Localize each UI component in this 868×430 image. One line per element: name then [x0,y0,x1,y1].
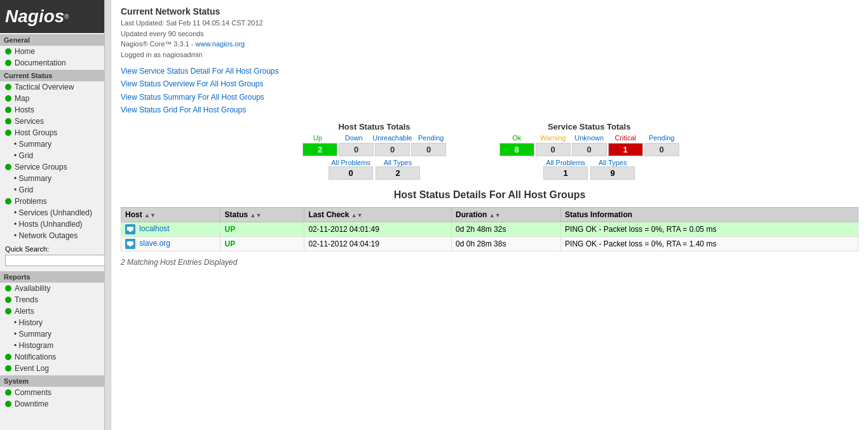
link-service-status-detail[interactable]: View Service Status Detail For All Host … [121,65,858,77]
nav-service-groups-label: Service Groups [15,163,67,171]
host-status-totals-title: Host Status Totals [300,122,448,131]
section-current-status: Current Status [0,70,111,81]
table-row: slave.org UP 02-11-2012 04:04:19 0d 0h 2… [121,236,858,251]
update-interval-text: Updated every 90 seconds [121,30,204,37]
sidebar-item-alerts-histogram[interactable]: Histogram [0,340,111,351]
sidebar: Nagios® General Home Documentation Curre… [0,0,111,430]
nav-services[interactable]: Services [0,116,111,127]
svg-rect-4 [127,241,133,245]
svc-ok-value[interactable]: 8 [499,143,534,156]
host-all-problems-value[interactable]: 0 [329,166,373,180]
svc-warning-value[interactable]: 0 [536,143,571,156]
nav-availability-label: Availability [15,284,50,293]
row-duration-1: 0d 0h 28m 38s [452,236,561,251]
svc-unknown-label: Unknown [572,134,607,142]
host-link-1[interactable]: slave.org [139,239,170,248]
event-log-dot [5,365,11,372]
host-icon [125,224,135,234]
host-groups-dot [5,130,11,136]
nav-host-groups-label: Host Groups [15,128,57,137]
sidebar-item-servicegroups-grid[interactable]: Grid [0,184,111,196]
nav-comments[interactable]: Comments [0,387,111,398]
link-status-summary[interactable]: View Status Summary For All Host Groups [121,91,858,104]
col-host[interactable]: Host ▲▼ [121,207,220,222]
problems-dot [5,198,11,205]
svg-rect-5 [129,245,132,246]
sidebar-item-alerts-history[interactable]: History [0,317,111,328]
svc-all-types-value[interactable]: 9 [590,166,635,180]
status-sort-arrows[interactable]: ▲▼ [250,212,262,218]
nav-host-groups[interactable]: Host Groups [0,127,111,138]
section-reports: Reports [0,271,111,283]
nav-problems[interactable]: Problems [0,196,111,207]
services-dot [5,118,11,124]
col-last-check[interactable]: Last Check ▲▼ [304,207,452,222]
col-duration[interactable]: Duration ▲▼ [452,207,561,222]
host-all-types-label: All Types [376,159,420,166]
duration-sort-arrows[interactable]: ▲▼ [489,212,501,218]
row-lastcheck-0: 02-11-2012 04:01:49 [304,222,452,236]
svc-all-problems-value[interactable]: 1 [543,166,588,180]
sidebar-scrollbar[interactable] [104,0,111,430]
svc-all-types-label: All Types [590,159,635,166]
link-status-grid[interactable]: View Status Grid For All Host Groups [121,104,858,116]
table-row: localhost UP 02-11-2012 04:01:49 0d 2h 4… [121,222,858,236]
matching-count: 2 Matching Host Entries Displayed [121,258,858,267]
nav-hosts-label: Hosts [15,105,34,114]
main-content: Current Network Status Last Updated: Sat… [111,0,868,430]
sidebar-item-network-outages[interactable]: Network Outages [0,230,111,241]
nav-home[interactable]: Home [0,46,111,57]
nav-map[interactable]: Map [0,93,111,104]
host-pending-value[interactable]: 0 [411,143,446,156]
svc-pending-value[interactable]: 0 [644,143,679,156]
host-icon [125,239,135,249]
nav-hosts[interactable]: Hosts [0,104,111,116]
host-all-types-value[interactable]: 2 [376,166,420,180]
host-down-label: Down [336,134,371,142]
search-input[interactable] [5,255,105,266]
host-pending-label: Pending [414,134,449,142]
quick-search-container: Quick Search: [0,241,111,270]
nav-availability[interactable]: Availability [0,283,111,294]
sidebar-item-servicegroups-summary[interactable]: Summary [0,173,111,184]
lastcheck-sort-arrows[interactable]: ▲▼ [351,212,363,218]
row-duration-0: 0d 2h 48m 32s [452,222,561,236]
nav-documentation-label: Documentation [15,58,66,67]
host-up-value[interactable]: 2 [302,143,337,156]
availability-dot [5,285,11,292]
host-link-0[interactable]: localhost [139,224,169,233]
col-status[interactable]: Status ▲▼ [220,207,304,222]
service-groups-dot [5,164,11,170]
downtime-dot [5,401,11,407]
svc-critical-value[interactable]: 1 [608,143,643,156]
section-general: General [0,34,111,46]
sidebar-item-alerts-summary[interactable]: Summary [0,328,111,340]
tactical-dot [5,84,11,90]
sidebar-item-hostgroups-summary[interactable]: Summary [0,138,111,150]
row-lastcheck-1: 02-11-2012 04:04:19 [304,236,452,251]
nav-downtime[interactable]: Downtime [0,398,111,410]
links-section: View Service Status Detail For All Host … [121,65,858,117]
map-dot [5,95,11,102]
host-unreachable-value[interactable]: 0 [375,143,410,156]
host-down-value[interactable]: 0 [339,143,374,156]
nagios-url-link[interactable]: www.nagios.org [196,40,245,48]
svc-warning-label: Warning [536,134,571,142]
nav-service-groups[interactable]: Service Groups [0,161,111,173]
nav-trends[interactable]: Trends [0,294,111,306]
nav-alerts[interactable]: Alerts [0,306,111,317]
nav-event-log-label: Event Log [15,364,49,373]
nav-documentation[interactable]: Documentation [0,57,111,69]
sidebar-item-hostgroups-grid[interactable]: Grid [0,150,111,161]
service-status-totals-title: Service Status Totals [499,122,679,131]
nav-notifications[interactable]: Notifications [0,351,111,363]
host-sort-arrows[interactable]: ▲▼ [144,212,156,218]
sidebar-item-services-unhandled[interactable]: Services (Unhandled) [0,207,111,218]
svc-unknown-value[interactable]: 0 [572,143,607,156]
link-status-overview[interactable]: View Status Overview For All Host Groups [121,77,858,90]
nav-event-log[interactable]: Event Log [0,363,111,374]
host-up-label: Up [300,134,335,142]
nav-tactical-overview[interactable]: Tactical Overview [0,81,111,93]
nav-notifications-label: Notifications [15,353,56,361]
sidebar-item-hosts-unhandled[interactable]: Hosts (Unhandled) [0,218,111,230]
